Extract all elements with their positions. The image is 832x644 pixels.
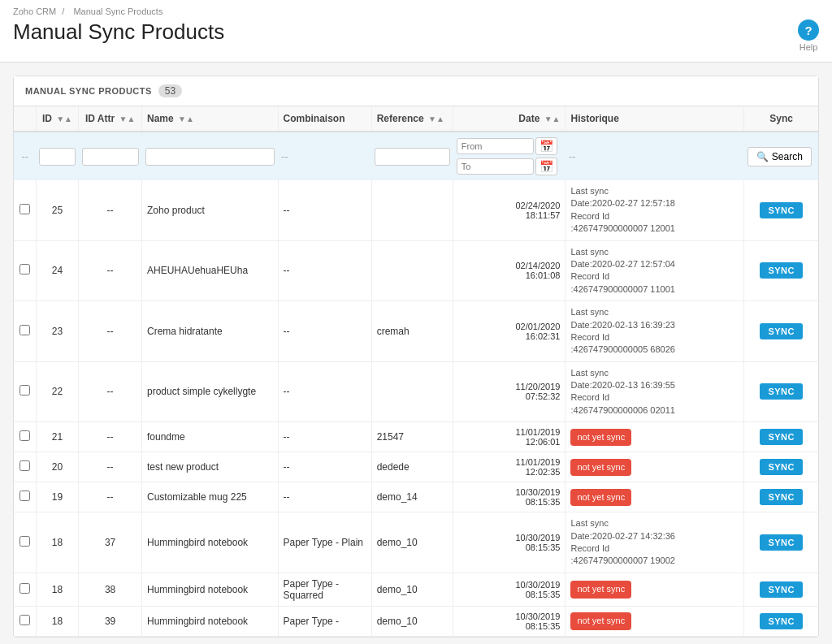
filter-reference-col[interactable] xyxy=(371,132,453,180)
row-id: 20 xyxy=(36,452,78,482)
filter-name-input[interactable] xyxy=(145,148,275,166)
row-id-attr: 39 xyxy=(79,606,142,636)
row-historique: not yet sync xyxy=(566,422,744,452)
row-id-attr: -- xyxy=(79,301,142,362)
row-id: 21 xyxy=(36,422,78,452)
row-checkbox[interactable] xyxy=(20,583,30,594)
row-historique: Last syncDate:2020-02-27 12:57:18Record … xyxy=(566,180,744,240)
row-date: 11/20/201907:52:32 xyxy=(453,361,566,422)
row-combinaison: Paper Type - xyxy=(278,606,371,636)
row-checkbox[interactable] xyxy=(20,204,30,214)
row-id-attr: -- xyxy=(79,240,142,301)
calendar-from-icon[interactable]: 📅 xyxy=(535,137,557,155)
row-checkbox[interactable] xyxy=(20,430,30,441)
calendar-to-icon[interactable]: 📅 xyxy=(535,158,557,175)
search-label: Search xyxy=(772,151,803,162)
not-yet-sync-badge: not yet sync xyxy=(570,459,631,476)
not-yet-sync-badge: not yet sync xyxy=(570,429,631,446)
breadcrumb: Zoho CRM / Manual Sync Products xyxy=(13,6,819,16)
row-checkbox[interactable] xyxy=(20,325,30,335)
row-checkbox[interactable] xyxy=(20,264,30,274)
col-header-checkbox xyxy=(14,106,36,132)
sync-button[interactable]: SYNC xyxy=(760,202,803,218)
sync-button[interactable]: SYNC xyxy=(760,489,803,505)
sync-button[interactable]: SYNC xyxy=(760,459,803,475)
not-yet-sync-badge: not yet sync xyxy=(570,612,631,629)
row-checkbox[interactable] xyxy=(20,460,30,471)
row-id: 22 xyxy=(36,361,78,422)
filter-sync-col[interactable]: 🔍 Search xyxy=(744,132,818,180)
sort-arrows-reference: ▼▲ xyxy=(428,115,444,123)
row-combinaison: Paper Type - Plain xyxy=(278,512,371,573)
row-checkbox-cell[interactable] xyxy=(14,573,36,606)
sync-button[interactable]: SYNC xyxy=(760,262,803,279)
row-sync-cell[interactable]: SYNC xyxy=(744,301,818,362)
sync-button[interactable]: SYNC xyxy=(760,534,803,551)
row-id: 25 xyxy=(36,180,78,240)
row-checkbox-cell[interactable] xyxy=(14,422,36,452)
row-sync-cell[interactable]: SYNC xyxy=(744,361,818,422)
table-row: 20--test new product--dedede11/01/201912… xyxy=(14,452,818,482)
row-checkbox-cell[interactable] xyxy=(14,301,36,362)
row-name: Hummingbird notebook xyxy=(142,512,278,573)
row-checkbox-cell[interactable] xyxy=(14,482,36,512)
sync-button[interactable]: SYNC xyxy=(760,383,803,400)
row-sync-cell[interactable]: SYNC xyxy=(744,422,818,452)
filter-id-attr-input[interactable] xyxy=(82,148,139,166)
row-id: 18 xyxy=(36,573,78,606)
row-sync-cell[interactable]: SYNC xyxy=(744,180,818,240)
row-name: Hummingbird notebook xyxy=(142,573,278,606)
row-date: 10/30/201908:15:35 xyxy=(453,573,566,606)
row-reference: demo_10 xyxy=(371,573,453,606)
row-checkbox[interactable] xyxy=(20,615,30,625)
filter-name-col[interactable] xyxy=(142,132,278,180)
row-historique: not yet sync xyxy=(566,606,744,636)
sync-button[interactable]: SYNC xyxy=(760,429,803,445)
col-header-id-attr[interactable]: ID Attr ▼▲ xyxy=(79,106,142,132)
col-header-reference[interactable]: Reference ▼▲ xyxy=(371,106,453,132)
row-name: AHEUHAUehuaHEUha xyxy=(142,240,278,301)
filter-date-col[interactable]: 📅 📅 xyxy=(453,132,566,180)
row-checkbox-cell[interactable] xyxy=(14,361,36,422)
row-id: 19 xyxy=(36,482,78,512)
row-checkbox-cell[interactable] xyxy=(14,452,36,482)
row-name: Zoho product xyxy=(142,180,278,240)
filter-id-col[interactable] xyxy=(36,132,78,180)
sync-button[interactable]: SYNC xyxy=(760,581,803,598)
breadcrumb-zoho-crm[interactable]: Zoho CRM xyxy=(13,6,56,16)
row-checkbox-cell[interactable] xyxy=(14,606,36,636)
row-date: 02/14/202016:01:08 xyxy=(453,240,566,301)
row-checkbox[interactable] xyxy=(20,536,30,547)
row-combinaison: -- xyxy=(278,361,371,422)
row-sync-cell[interactable]: SYNC xyxy=(744,512,818,573)
filter-date-from-input[interactable] xyxy=(457,138,534,154)
row-sync-cell[interactable]: SYNC xyxy=(744,482,818,512)
row-sync-cell[interactable]: SYNC xyxy=(744,573,818,606)
filter-checkbox-col: -- xyxy=(14,132,36,180)
col-header-id[interactable]: ID ▼▲ xyxy=(36,106,78,132)
table-header-bar: MANUAL SYNC PRODUCTS 53 xyxy=(14,76,818,106)
filter-id-input[interactable] xyxy=(39,148,75,166)
search-button[interactable]: 🔍 Search xyxy=(748,147,812,166)
row-id-attr: -- xyxy=(79,180,142,240)
col-header-combinaison: Combinaison xyxy=(278,106,371,132)
row-checkbox[interactable] xyxy=(20,491,30,501)
col-header-historique: Historique xyxy=(566,106,744,132)
col-header-name[interactable]: Name ▼▲ xyxy=(142,106,278,132)
row-sync-cell[interactable]: SYNC xyxy=(744,606,818,636)
row-sync-cell[interactable]: SYNC xyxy=(744,452,818,482)
filter-id-attr-col[interactable] xyxy=(79,132,142,180)
row-checkbox-cell[interactable] xyxy=(14,512,36,573)
row-checkbox-cell[interactable] xyxy=(14,240,36,301)
sync-button[interactable]: SYNC xyxy=(760,613,803,629)
filter-date-to-input[interactable] xyxy=(457,158,534,175)
col-header-date[interactable]: Date ▼▲ xyxy=(453,106,566,132)
filter-reference-input[interactable] xyxy=(375,148,450,166)
row-sync-cell[interactable]: SYNC xyxy=(744,240,818,301)
row-checkbox[interactable] xyxy=(20,385,30,395)
row-checkbox-cell[interactable] xyxy=(14,180,36,240)
filter-historique-col: -- xyxy=(566,132,744,180)
sync-button[interactable]: SYNC xyxy=(760,323,803,339)
help-button[interactable]: ? Help xyxy=(798,19,819,52)
filter-combo-col: -- xyxy=(278,132,371,180)
